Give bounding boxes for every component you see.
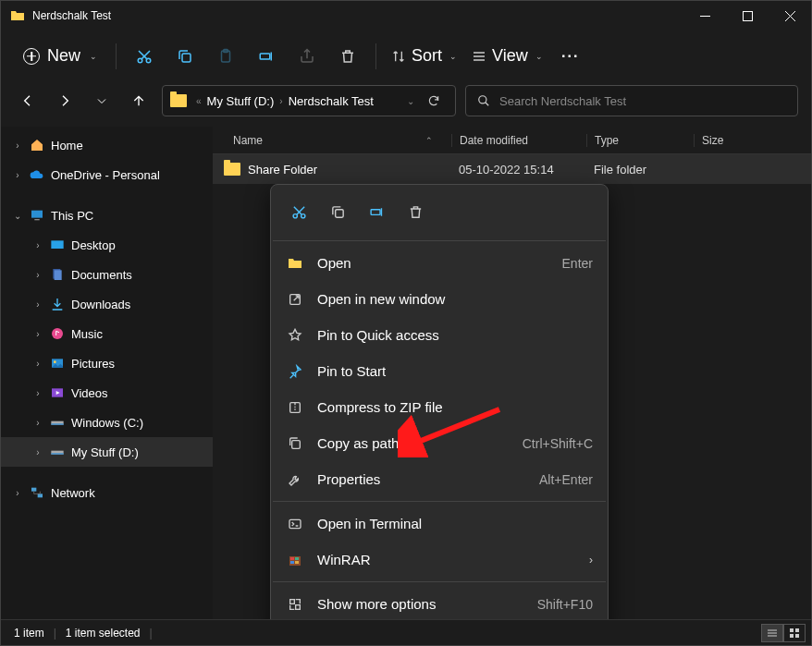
expand-icon xyxy=(286,597,304,612)
view-button[interactable]: View ⌄ xyxy=(466,46,548,66)
expand-icon[interactable]: › xyxy=(32,299,43,310)
minimize-button[interactable] xyxy=(683,1,726,30)
svg-rect-41 xyxy=(790,634,794,638)
expand-icon[interactable]: › xyxy=(12,140,23,151)
forward-button[interactable] xyxy=(51,87,79,115)
svg-rect-26 xyxy=(371,209,380,214)
ctx-open-new-window[interactable]: Open in new window xyxy=(271,281,608,317)
refresh-button[interactable] xyxy=(420,94,448,107)
sort-label: Sort xyxy=(412,46,442,66)
expand-icon[interactable]: › xyxy=(12,170,23,180)
ctx-winrar[interactable]: WinRAR › xyxy=(271,542,608,578)
ctx-pin-quick-access[interactable]: Pin to Quick access xyxy=(271,317,608,353)
expand-icon[interactable]: › xyxy=(32,418,43,428)
videos-icon xyxy=(49,384,66,401)
paste-button[interactable] xyxy=(207,38,244,75)
sidebar-item-onedrive[interactable]: › OneDrive - Personal xyxy=(1,160,213,189)
rename-button[interactable] xyxy=(248,38,285,75)
expand-icon[interactable]: › xyxy=(32,329,43,339)
table-row[interactable]: Share Folder 05-10-2022 15:14 File folde… xyxy=(213,154,811,184)
expand-icon[interactable]: › xyxy=(32,447,43,457)
expand-icon[interactable]: › xyxy=(32,388,43,398)
svg-rect-32 xyxy=(290,557,294,560)
sidebar-item-pictures[interactable]: › Pictures xyxy=(1,348,213,378)
sidebar-item-videos[interactable]: › Videos xyxy=(1,378,213,408)
ctx-cut-button[interactable] xyxy=(282,196,315,227)
ctx-properties[interactable]: Properties Alt+Enter xyxy=(271,461,608,497)
close-button[interactable] xyxy=(769,1,811,30)
winrar-icon xyxy=(286,553,304,567)
svg-rect-37 xyxy=(296,604,301,609)
context-menu: Open Enter Open in new window Pin to Qui… xyxy=(270,184,609,628)
sidebar-item-network[interactable]: › Network xyxy=(1,478,213,507)
ctx-copy-path[interactable]: Copy as path Ctrl+Shift+C xyxy=(271,425,608,461)
svg-point-1 xyxy=(138,58,142,63)
new-button[interactable]: New ⌄ xyxy=(14,43,106,69)
separator xyxy=(273,581,606,582)
ctx-pin-start[interactable]: Pin to Start xyxy=(271,353,608,389)
column-name[interactable]: Name ⌃ xyxy=(213,134,451,147)
expand-icon[interactable]: › xyxy=(32,240,43,250)
recent-button[interactable] xyxy=(88,87,116,115)
column-size[interactable]: Size xyxy=(694,134,723,147)
share-button[interactable] xyxy=(289,38,326,75)
ctx-open[interactable]: Open Enter xyxy=(271,245,608,281)
ctx-copy-button[interactable] xyxy=(321,196,354,227)
breadcrumb[interactable]: « My Stuff (D:) › Nerdschalk Test ⌄ xyxy=(162,85,456,116)
expand-icon[interactable]: › xyxy=(12,488,23,498)
chevron-down-icon: ⌄ xyxy=(535,52,543,61)
separator xyxy=(116,43,117,69)
details-view-toggle[interactable] xyxy=(761,624,783,642)
pictures-icon xyxy=(49,355,66,372)
chevron-right-icon: › xyxy=(589,554,593,567)
svg-rect-40 xyxy=(795,628,799,632)
collapse-icon[interactable]: ⌄ xyxy=(12,211,23,221)
sidebar-label: Documents xyxy=(71,268,132,282)
cut-button[interactable] xyxy=(126,38,163,75)
sidebar-item-windows-c[interactable]: › Windows (C:) xyxy=(1,408,213,437)
column-type[interactable]: Type xyxy=(586,134,694,147)
maximize-button[interactable] xyxy=(726,1,769,30)
zip-icon xyxy=(286,400,304,415)
search-icon xyxy=(477,94,490,107)
expand-icon[interactable]: › xyxy=(32,270,43,280)
more-button[interactable]: ··· xyxy=(552,38,589,75)
nav-row: « My Stuff (D:) › Nerdschalk Test ⌄ Sear… xyxy=(1,82,811,127)
ctx-rename-button[interactable] xyxy=(360,196,393,227)
breadcrumb-seg[interactable]: Nerdschalk Test xyxy=(289,94,374,108)
search-input[interactable]: Search Nerdschalk Test xyxy=(465,85,798,116)
folder-icon xyxy=(10,8,25,23)
monitor-icon xyxy=(29,207,45,224)
up-button[interactable] xyxy=(125,87,153,115)
sort-asc-icon: ⌃ xyxy=(425,136,433,145)
sidebar-item-documents[interactable]: › Documents xyxy=(1,260,213,289)
folder-icon xyxy=(224,163,240,176)
external-icon xyxy=(286,292,304,307)
sidebar-item-thispc[interactable]: ⌄ This PC xyxy=(1,201,213,230)
sidebar-item-downloads[interactable]: › Downloads xyxy=(1,289,213,319)
chevron-down-icon[interactable]: ⌄ xyxy=(407,96,414,106)
ctx-open-terminal[interactable]: Open in Terminal xyxy=(271,506,608,542)
content-area: Name ⌃ Date modified Type Size Share Fol… xyxy=(213,127,811,619)
status-count: 1 item xyxy=(14,627,44,640)
ctx-show-more[interactable]: Show more options Shift+F10 xyxy=(271,586,608,622)
svg-point-24 xyxy=(301,213,304,217)
pin-icon xyxy=(286,328,304,343)
breadcrumb-seg[interactable]: My Stuff (D:) xyxy=(207,94,275,108)
ctx-delete-button[interactable] xyxy=(399,196,432,227)
back-button[interactable] xyxy=(14,87,42,115)
sidebar-item-desktop[interactable]: › Desktop xyxy=(1,230,213,260)
column-date[interactable]: Date modified xyxy=(451,134,586,147)
expand-icon[interactable]: › xyxy=(32,359,43,369)
ctx-compress-zip[interactable]: Compress to ZIP file xyxy=(271,389,608,425)
sidebar-item-home[interactable]: › Home xyxy=(1,130,213,160)
delete-button[interactable] xyxy=(329,38,366,75)
sort-button[interactable]: Sort ⌄ xyxy=(386,46,462,66)
drive-icon xyxy=(49,444,66,460)
copy-button[interactable] xyxy=(166,38,203,75)
sidebar-item-mystuff-d[interactable]: › My Stuff (D:) xyxy=(1,437,213,467)
icons-view-toggle[interactable] xyxy=(783,624,806,642)
sidebar-item-music[interactable]: › Music xyxy=(1,319,213,348)
shortcut: Shift+F10 xyxy=(537,597,593,612)
sidebar-label: Desktop xyxy=(71,238,116,252)
